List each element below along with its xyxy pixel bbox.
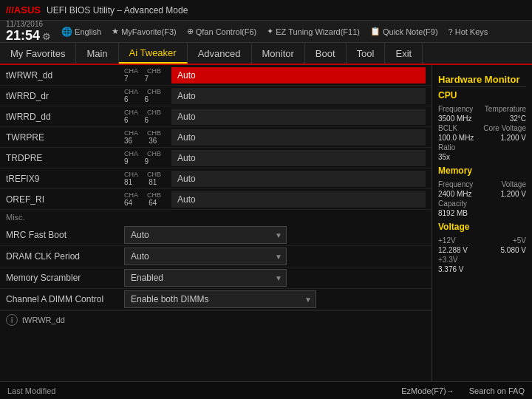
cha-val: 36 (124, 137, 132, 145)
mem-scrambler-wrapper: Enabled Disabled ▼ (124, 269, 287, 287)
ez-tuning-button[interactable]: ✦ EZ Tuning Wizard(F11) (267, 27, 360, 36)
v5-value: 5.080 V (501, 246, 526, 254)
cpu-bclk-row: BCLK Core Voltage (438, 124, 526, 132)
row-label-ch-a-dimm: Channel A DIMM Control (6, 294, 124, 304)
dram-clk-select[interactable]: Auto 1 2 (124, 248, 287, 265)
ch-a-dimm-select[interactable]: Enable both DIMMs Disable DIMM A1 Disabl… (124, 290, 316, 308)
toolbar: 11/13/2016 21:54 ⚙ 🌐 English ★ MyFavorit… (0, 21, 532, 43)
row-value: Auto (171, 129, 426, 146)
nav-ai-tweaker[interactable]: Ai Tweaker (119, 43, 188, 64)
datetime-wrapper: 11/13/2016 21:54 ⚙ (6, 20, 51, 44)
chb-label: CHB (147, 191, 161, 199)
v12-value: 12.288 V (438, 246, 468, 254)
mem-scrambler-select[interactable]: Enabled Disabled (124, 269, 287, 287)
v3v3-value: 3.376 V (438, 265, 463, 273)
nav-boot[interactable]: Boot (305, 43, 347, 64)
mem-cap-row: Capacity (438, 200, 526, 208)
ratio-label: Ratio (438, 143, 455, 151)
fan-icon: ⊕ (187, 27, 194, 36)
chb-label: CHB (147, 129, 161, 137)
row-value: Auto (171, 191, 426, 208)
table-row: tWRWR_dd CHA CHB 7 7 Auto (0, 65, 432, 86)
cha-label: CHA (124, 88, 138, 95)
misc-section-label: Misc. (0, 210, 432, 225)
chb-val: 9 (145, 157, 149, 166)
chb-label: CHB (147, 109, 161, 116)
mem-cap-val-row: 8192 MB (438, 209, 526, 217)
cha-val: 6 (124, 95, 129, 103)
chb-val: 81 (149, 178, 157, 186)
time-display: 21:54 (6, 28, 40, 43)
language-label: English (75, 27, 101, 36)
nav-main[interactable]: Main (76, 43, 118, 64)
table-row: Channel A DIMM Control Enable both DIMMs… (0, 289, 432, 310)
ez-mode-button[interactable]: EzMode(F7)→ (401, 386, 454, 395)
note-icon: 📋 (370, 27, 381, 36)
v3v3-val-row: 3.376 V (438, 265, 526, 273)
mrc-fast-boot-wrapper: Auto Enabled Disabled ▼ (124, 226, 287, 244)
nav-exit[interactable]: Exit (385, 43, 423, 64)
mem-freq-val-row: 2400 MHz 1.200 V (438, 190, 526, 198)
mem-freq-label: Frequency (438, 180, 473, 188)
channel-pair: CHA CHB (124, 67, 168, 75)
mrc-fast-boot-select[interactable]: Auto Enabled Disabled (124, 226, 287, 244)
chb-label: CHB (147, 150, 161, 157)
navbar: My Favorites Main Ai Tweaker Advanced Mo… (0, 43, 532, 65)
cha-label: CHA (124, 67, 138, 75)
cha-label: CHA (124, 109, 138, 116)
row-value: Auto (171, 150, 426, 166)
row-value: Auto (171, 67, 426, 83)
row-label-dram-clk: DRAM CLK Period (6, 251, 124, 262)
row-label-mrc-fast-boot: MRC Fast Boot (6, 230, 124, 240)
nav-tool[interactable]: Tool (347, 43, 386, 64)
mem-volt-label: Voltage (502, 180, 526, 188)
quick-note-button[interactable]: 📋 Quick Note(F9) (370, 27, 438, 36)
row-value: Auto (171, 88, 426, 104)
mem-volt-value: 1.200 V (501, 190, 526, 198)
settings-panel: tWRWR_dd CHA CHB 7 7 Auto tWRRD_dr CHA C… (0, 65, 432, 381)
hw-monitor-title: Hardware Monitor (438, 74, 526, 87)
search-faq-button[interactable]: Search on FAQ (469, 386, 525, 395)
last-modified-label: Last Modified (7, 386, 55, 395)
cha-val: 7 (124, 75, 129, 83)
nav-my-favorites[interactable]: My Favorites (0, 43, 76, 64)
nav-monitor[interactable]: Monitor (252, 43, 305, 64)
info-label: tWRWR_dd (22, 316, 65, 324)
table-row: OREF_RI CHA CHB 64 64 Auto (0, 189, 432, 210)
hardware-monitor-panel: Hardware Monitor CPU Frequency Temperatu… (432, 65, 532, 381)
hotkeys-icon: ? (449, 27, 453, 36)
memory-section-title: Memory (438, 166, 526, 177)
gear-icon[interactable]: ⚙ (42, 31, 51, 42)
myfavorite-button[interactable]: ★ MyFavorite(F3) (112, 27, 177, 36)
nav-advanced[interactable]: Advanced (188, 43, 252, 64)
qfan-button[interactable]: ⊕ Qfan Control(F6) (187, 27, 257, 36)
table-row: tWRRD_dr CHA CHB 6 6 Auto (0, 86, 432, 106)
table-row: tWRRD_dd CHA CHB 6 6 Auto (0, 106, 432, 127)
ch-a-dimm-wrapper: Enable both DIMMs Disable DIMM A1 Disabl… (124, 290, 316, 308)
mem-cap-label: Capacity (438, 200, 467, 208)
mem-freq-row: Frequency Voltage (438, 180, 526, 188)
v12-val-row: 12.288 V 5.080 V (438, 246, 526, 254)
row-label-trefix9: tREFIX9 (6, 174, 124, 184)
cpu-temp-label: Temperature (485, 105, 526, 113)
row-label-twrwr-dd: tWRWR_dd (6, 70, 124, 81)
info-icon: i (6, 314, 18, 326)
cha-val: 81 (124, 178, 132, 186)
row-label-twrpre: TWRPRE (6, 132, 124, 143)
bottom-bar: Last Modified EzMode(F7)→ Search on FAQ (0, 381, 532, 399)
cpu-freq-value: 3500 MHz (438, 115, 472, 123)
v12-label: +12V (438, 236, 456, 245)
quick-note-label: Quick Note(F9) (383, 27, 438, 36)
qfan-label: Qfan Control(F6) (196, 27, 257, 36)
cpu-ratio-row: Ratio (438, 143, 526, 151)
language-selector[interactable]: 🌐 English (61, 27, 101, 37)
topbar: ///ASUS UEFI BIOS Utility – Advanced Mod… (0, 0, 532, 21)
date-display: 11/13/2016 (6, 20, 51, 28)
cha-label: CHA (124, 171, 138, 178)
cpu-freq-val-row: 3500 MHz 32°C (438, 115, 526, 123)
mem-cap-value: 8192 MB (438, 209, 468, 217)
cpu-ratio-val-row: 35x (438, 153, 526, 161)
hot-keys-button[interactable]: ? Hot Keys (449, 27, 488, 36)
language-icon: 🌐 (61, 27, 72, 37)
dram-clk-wrapper: Auto 1 2 ▼ (124, 248, 287, 265)
